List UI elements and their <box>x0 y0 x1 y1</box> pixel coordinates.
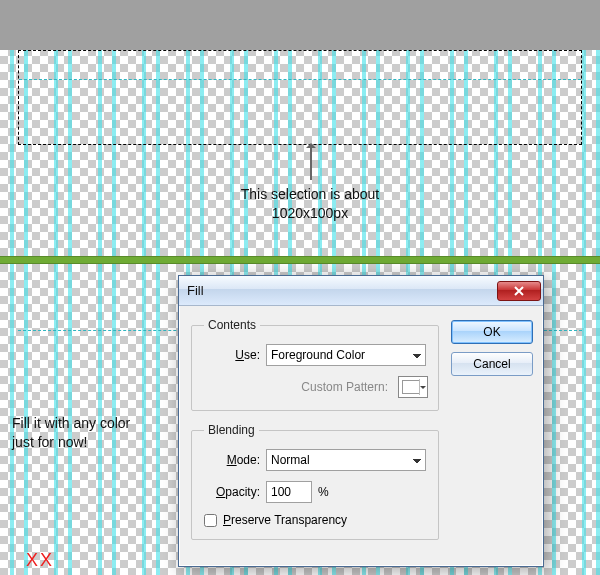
dialog-right-column: OK Cancel <box>451 318 533 552</box>
fill-note-line-2: just for now! <box>12 434 87 450</box>
footer-mark: XX <box>26 550 54 571</box>
use-label: Use: <box>204 348 260 362</box>
cancel-button[interactable]: Cancel <box>451 352 533 376</box>
custom-pattern-label: Custom Pattern: <box>204 380 388 394</box>
close-icon <box>513 286 525 296</box>
contents-legend: Contents <box>204 318 260 332</box>
green-divider <box>0 256 600 264</box>
annotation-arrow <box>310 148 312 180</box>
annotation-line-1: This selection is about <box>241 186 380 202</box>
opacity-input[interactable] <box>266 481 312 503</box>
preserve-checkbox-input[interactable] <box>204 514 217 527</box>
fill-note-line-1: Fill it with any color <box>12 415 130 431</box>
close-button[interactable] <box>497 281 541 301</box>
opacity-label: Opacity: <box>204 485 260 499</box>
marquee-selection <box>18 50 582 145</box>
document-edge <box>0 0 600 50</box>
fill-dialog: Fill Contents Use: Foreground Color Cust… <box>178 275 544 567</box>
blending-group: Blending Mode: Normal Opacity: % Preserv… <box>191 423 439 540</box>
fill-instruction-annotation: Fill it with any color just for now! <box>12 414 172 452</box>
use-select[interactable]: Foreground Color <box>266 344 426 366</box>
selection-size-annotation: This selection is about 1020x100px <box>195 185 425 223</box>
dialog-title: Fill <box>187 283 497 298</box>
ok-button[interactable]: OK <box>451 320 533 344</box>
preserve-transparency-checkbox[interactable]: Preserve Transparency <box>204 513 428 527</box>
blending-legend: Blending <box>204 423 259 437</box>
preserve-label: Preserve Transparency <box>223 513 347 527</box>
contents-group: Contents Use: Foreground Color Custom Pa… <box>191 318 439 411</box>
opacity-unit: % <box>318 485 329 499</box>
mode-label: Mode: <box>204 453 260 467</box>
dialog-titlebar[interactable]: Fill <box>179 276 543 306</box>
dialog-left-column: Contents Use: Foreground Color Custom Pa… <box>191 318 439 552</box>
mode-select[interactable]: Normal <box>266 449 426 471</box>
dialog-body: Contents Use: Foreground Color Custom Pa… <box>179 306 543 566</box>
annotation-line-2: 1020x100px <box>272 205 348 221</box>
custom-pattern-swatch <box>398 376 428 398</box>
